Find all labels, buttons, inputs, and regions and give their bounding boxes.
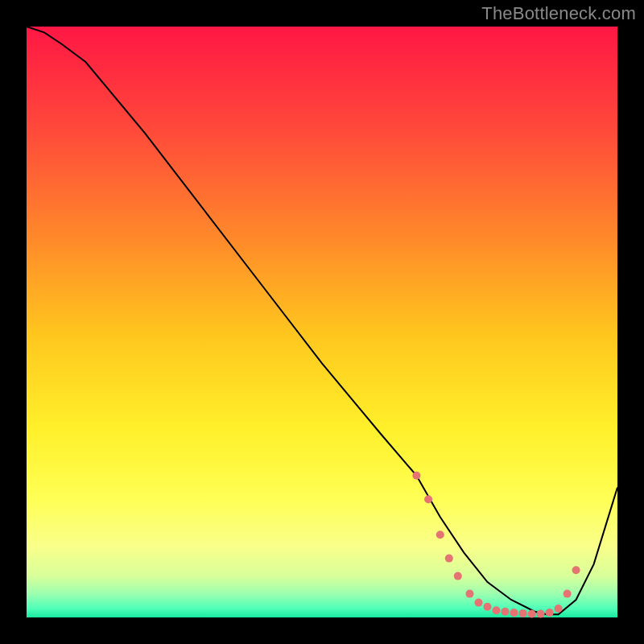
watermark-text: TheBottleneck.com [481,3,636,24]
marker-dot [572,566,580,574]
marker-dot [519,609,527,617]
marker-dot [564,590,572,598]
marker-dot [537,610,545,618]
marker-dot [475,599,483,607]
marker-dot [424,495,432,503]
marker-dot [484,603,492,611]
chart-svg [0,0,644,644]
marker-dot [466,590,474,598]
marker-dot [546,609,554,617]
marker-dot [555,605,563,613]
marker-dot [528,610,536,618]
marker-dot [502,608,510,616]
marker-dot [510,609,518,617]
chart-container: TheBottleneck.com [0,0,644,644]
plot-background [27,27,617,617]
marker-dot [454,572,462,580]
marker-dot [493,606,501,614]
marker-dot [445,555,453,563]
marker-dot [412,472,420,480]
marker-dot [436,530,444,539]
